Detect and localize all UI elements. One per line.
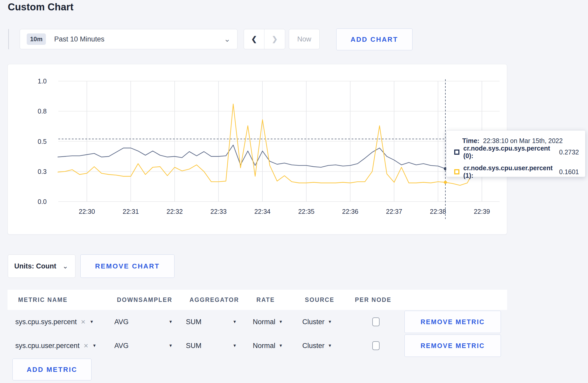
metrics-table-body: sys.cpu.sys.percent × ▼ AVG ▼ SUM ▼ Norm… [8, 310, 507, 358]
caret-down-icon: ▼ [279, 320, 283, 324]
chevron-down-icon: ⌄ [62, 264, 68, 269]
source-value: Cluster [302, 318, 325, 326]
header-metric-name: METRIC NAME [18, 290, 68, 310]
chart-tooltip: Time: 22:38:10 on Mar 15th, 2022 cr.node… [446, 130, 585, 177]
line-chart[interactable]: 0.00.30.50.81.022:3022:3122:3222:3322:34… [8, 64, 507, 234]
now-button[interactable]: Now [289, 29, 320, 49]
tooltip-time-label: Time: [462, 137, 479, 145]
tooltip-time-row: Time: 22:38:10 on Mar 15th, 2022 [454, 137, 579, 145]
x-tick-label: 22:36 [342, 208, 359, 215]
x-tick-label: 22:38 [430, 208, 446, 215]
add-chart-button[interactable]: ADD CHART [336, 29, 412, 50]
y-tick-label: 0.0 [38, 198, 47, 205]
metrics-table-header: METRIC NAME DOWNSAMPLER AGGREGATOR RATE … [8, 290, 507, 310]
aggregator-dropdown[interactable]: SUM ▼ [186, 310, 237, 334]
tooltip-series-label: cr.node.sys.cpu.sys.percent (0): [463, 145, 556, 160]
time-range-nav: ❮ ❯ [244, 29, 285, 49]
per-node-checkbox[interactable] [372, 341, 380, 350]
per-node-checkbox[interactable] [372, 317, 380, 326]
tooltip-series-value: 0.1601 [559, 168, 579, 176]
metric-name-dropdown[interactable]: sys.cpu.sys.percent × ▼ [15, 310, 94, 334]
units-dropdown[interactable]: Units: Count ⌄ [8, 254, 75, 278]
rate-dropdown[interactable]: Normal ▼ [253, 334, 283, 358]
tooltip-series-row: cr.node.sys.cpu.user.percent (1):0.1601 [454, 164, 579, 179]
caret-down-icon: ▼ [92, 343, 96, 348]
y-tick-label: 0.8 [38, 108, 47, 115]
clear-metric-icon[interactable]: × [84, 343, 88, 348]
header-downsampler: DOWNSAMPLER [117, 290, 172, 310]
clear-metric-icon[interactable]: × [81, 319, 86, 324]
metric-name: sys.cpu.sys.percent [15, 318, 77, 326]
caret-down-icon: ▼ [90, 320, 94, 324]
aggregator-dropdown[interactable]: SUM ▼ [186, 334, 237, 358]
downsampler-dropdown[interactable]: AVG ▼ [114, 334, 173, 358]
tooltip-series-row: cr.node.sys.cpu.sys.percent (0):0.2732 [454, 145, 579, 160]
tooltip-series-value: 0.2732 [559, 148, 579, 156]
rate-value: Normal [253, 342, 275, 350]
series-swatch-icon [454, 150, 459, 155]
caret-down-icon: ▼ [169, 343, 173, 348]
x-tick-label: 22:35 [298, 208, 314, 215]
caret-down-icon: ▼ [328, 343, 332, 348]
metric-name-dropdown[interactable]: sys.cpu.user.percent × ▼ [15, 334, 96, 358]
add-metric-button[interactable]: ADD METRIC [12, 359, 92, 380]
time-scale-label: Past 10 Minutes [54, 35, 104, 43]
custom-chart-page: { "page_title": "Custom Chart", "icons":… [0, 0, 588, 383]
header-per-node: PER NODE [355, 290, 391, 310]
next-range-button[interactable]: ❯ [264, 29, 285, 49]
y-tick-label: 0.5 [38, 138, 47, 145]
chevron-right-icon: ❯ [272, 35, 278, 43]
caret-down-icon: ▼ [279, 343, 283, 348]
series-line [58, 104, 489, 185]
time-scale-dropdown[interactable]: 10m Past 10 Minutes ⌄ [20, 29, 237, 49]
chart-card: 0.00.30.50.81.022:3022:3122:3222:3322:34… [8, 64, 507, 235]
rate-dropdown[interactable]: Normal ▼ [253, 310, 283, 334]
x-tick-label: 22:30 [79, 208, 95, 215]
toolbar: 10m Past 10 Minutes ⌄ ❮ ❯ Now ADD CHART [8, 29, 579, 51]
rate-value: Normal [253, 318, 275, 326]
header-rate: RATE [256, 290, 275, 310]
source-dropdown[interactable]: Cluster ▼ [302, 310, 332, 334]
chevron-down-icon: ⌄ [224, 37, 230, 42]
remove-metric-button[interactable]: REMOVE METRIC [404, 311, 501, 333]
header-source: SOURCE [305, 290, 334, 310]
aggregator-value: SUM [186, 342, 201, 350]
prev-range-button[interactable]: ❮ [244, 29, 264, 49]
x-tick-label: 22:39 [474, 208, 490, 215]
metric-row: sys.cpu.sys.percent × ▼ AVG ▼ SUM ▼ Norm… [8, 310, 507, 334]
remove-metric-button[interactable]: REMOVE METRIC [404, 335, 501, 357]
metric-name: sys.cpu.user.percent [15, 342, 80, 350]
source-dropdown[interactable]: Cluster ▼ [302, 334, 332, 358]
time-scale-badge: 10m [27, 33, 46, 45]
remove-chart-button[interactable]: REMOVE CHART [80, 254, 174, 278]
caret-down-icon: ▼ [169, 320, 173, 324]
x-tick-label: 22:32 [166, 208, 183, 215]
aggregator-value: SUM [186, 318, 201, 326]
caret-down-icon: ▼ [233, 320, 237, 324]
metric-row: sys.cpu.user.percent × ▼ AVG ▼ SUM ▼ Nor… [8, 334, 507, 358]
caret-down-icon: ▼ [328, 320, 332, 324]
source-value: Cluster [302, 342, 325, 350]
tooltip-time-value: 22:38:10 on Mar 15th, 2022 [483, 137, 563, 145]
toolbar-divider [8, 29, 9, 49]
downsampler-value: AVG [114, 318, 129, 326]
downsampler-value: AVG [114, 342, 129, 350]
downsampler-dropdown[interactable]: AVG ▼ [114, 310, 173, 334]
header-aggregator: AGGREGATOR [190, 290, 239, 310]
x-tick-label: 22:33 [211, 208, 227, 215]
page-title: Custom Chart [8, 2, 74, 13]
x-tick-label: 22:37 [386, 208, 402, 215]
x-tick-label: 22:34 [254, 208, 271, 215]
y-tick-label: 1.0 [38, 77, 47, 85]
chevron-left-icon: ❮ [251, 35, 257, 43]
tooltip-series-label: cr.node.sys.cpu.user.percent (1): [463, 164, 556, 179]
x-tick-label: 22:31 [123, 208, 139, 215]
series-swatch-icon [454, 169, 459, 174]
y-tick-label: 0.3 [38, 168, 47, 175]
caret-down-icon: ▼ [233, 343, 237, 348]
crosshair-point [444, 181, 447, 184]
units-label: Units: Count [14, 262, 56, 270]
series-line [58, 145, 489, 169]
